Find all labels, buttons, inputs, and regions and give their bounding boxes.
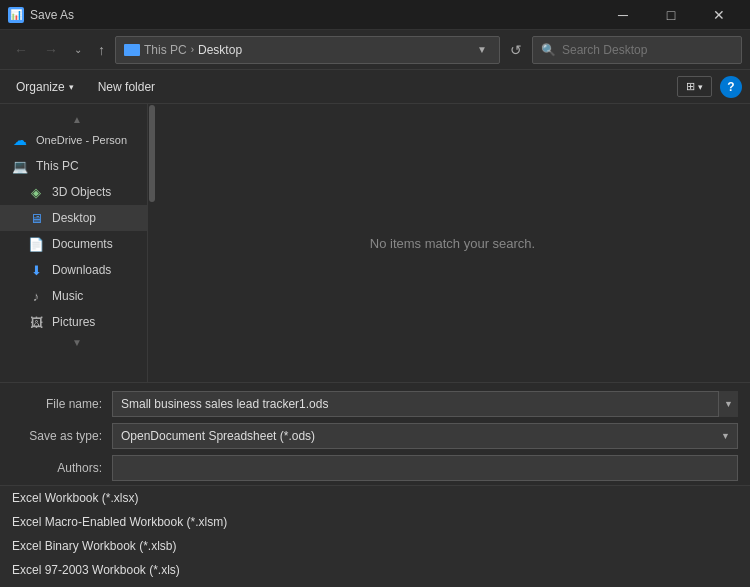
breadcrumb-this-pc: This PC	[144, 43, 187, 57]
sidebar-item-3d-label: 3D Objects	[52, 185, 111, 199]
sidebar-item-3d-objects[interactable]: ◈ 3D Objects	[0, 179, 154, 205]
search-icon: 🔍	[541, 43, 556, 57]
forward-button[interactable]: →	[38, 38, 64, 62]
dropdown-item-csv[interactable]: CSV UTF-8 (Comma delimited) (*.csv)	[0, 582, 750, 587]
secondary-toolbar: Organize ▾ New folder ⊞ ▾ ?	[0, 70, 750, 104]
breadcrumb-separator-1: ›	[191, 44, 194, 55]
sidebar-item-onedrive-label: OneDrive - Person	[36, 134, 127, 146]
sidebar-item-downloads[interactable]: ⬇ Downloads	[0, 257, 154, 283]
dropdown-arrow-button[interactable]: ⌄	[68, 40, 88, 59]
title-bar-text: Save As	[30, 8, 600, 22]
organize-arrow: ▾	[69, 82, 74, 92]
onedrive-icon: ☁	[12, 132, 28, 148]
breadcrumb[interactable]: This PC › Desktop ▼	[115, 36, 500, 64]
organize-label: Organize	[16, 80, 65, 94]
authors-label: Authors:	[12, 461, 112, 475]
main-area: ▲ ☁ OneDrive - Person 💻 This PC ◈ 3D Obj…	[0, 104, 750, 382]
dropdown-item-xlsm[interactable]: Excel Macro-Enabled Workbook (*.xlsm)	[0, 510, 750, 534]
sidebar-scroll-up: ▲	[0, 112, 154, 127]
format-dropdown: Excel Workbook (*.xlsx) Excel Macro-Enab…	[0, 485, 750, 587]
sidebar-scroll-down: ▼	[0, 335, 154, 350]
sidebar-item-pictures-label: Pictures	[52, 315, 95, 329]
file-form: File name: ▼ Save as type: OpenDocument …	[0, 382, 750, 485]
content-area: No items match your search.	[155, 104, 750, 382]
new-folder-button[interactable]: New folder	[90, 76, 163, 98]
sidebar-item-this-pc-label: This PC	[36, 159, 79, 173]
maximize-button[interactable]: □	[648, 0, 694, 30]
title-bar: 📊 Save As ─ □ ✕	[0, 0, 750, 30]
sidebar-item-this-pc[interactable]: 💻 This PC	[0, 153, 154, 179]
sidebar-list: ▲ ☁ OneDrive - Person 💻 This PC ◈ 3D Obj…	[0, 104, 155, 358]
organize-button[interactable]: Organize ▾	[8, 76, 82, 98]
downloads-icon: ⬇	[28, 262, 44, 278]
saveastype-row: Save as type: OpenDocument Spreadsheet (…	[12, 423, 738, 449]
filename-row: File name: ▼	[12, 391, 738, 417]
view-arrow: ▾	[698, 82, 703, 92]
authors-row: Authors:	[12, 455, 738, 481]
close-window-button[interactable]: ✕	[696, 0, 742, 30]
saveastype-wrapper: OpenDocument Spreadsheet (*.ods)	[112, 423, 738, 449]
sidebar-item-documents[interactable]: 📄 Documents	[0, 231, 154, 257]
sidebar: ▲ ☁ OneDrive - Person 💻 This PC ◈ 3D Obj…	[0, 104, 155, 382]
app-icon: 📊	[8, 7, 24, 23]
search-bar: 🔍	[532, 36, 742, 64]
saveastype-select[interactable]: OpenDocument Spreadsheet (*.ods)	[112, 423, 738, 449]
breadcrumb-folder-icon	[124, 44, 140, 56]
this-pc-icon: 💻	[12, 158, 28, 174]
sidebar-item-downloads-label: Downloads	[52, 263, 111, 277]
dropdown-item-xlsb[interactable]: Excel Binary Workbook (*.xlsb)	[0, 534, 750, 558]
desktop-icon: 🖥	[28, 210, 44, 226]
filename-input[interactable]	[112, 391, 738, 417]
bottom-section: File name: ▼ Save as type: OpenDocument …	[0, 382, 750, 587]
dropdown-item-xlsx[interactable]: Excel Workbook (*.xlsx)	[0, 486, 750, 510]
sidebar-item-documents-label: Documents	[52, 237, 113, 251]
empty-message: No items match your search.	[370, 236, 535, 251]
3d-objects-icon: ◈	[28, 184, 44, 200]
minimize-button[interactable]: ─	[600, 0, 646, 30]
filename-label: File name:	[12, 397, 112, 411]
breadcrumb-desktop: Desktop	[198, 43, 242, 57]
sidebar-item-music-label: Music	[52, 289, 83, 303]
authors-input[interactable]	[112, 455, 738, 481]
refresh-button[interactable]: ↺	[504, 38, 528, 62]
documents-icon: 📄	[28, 236, 44, 252]
view-icon: ⊞	[686, 80, 695, 93]
back-button[interactable]: ←	[8, 38, 34, 62]
saveastype-value: OpenDocument Spreadsheet (*.ods)	[121, 429, 315, 443]
view-button[interactable]: ⊞ ▾	[677, 76, 712, 97]
search-input[interactable]	[562, 43, 733, 57]
sidebar-item-onedrive[interactable]: ☁ OneDrive - Person	[0, 127, 154, 153]
up-button[interactable]: ↑	[92, 38, 111, 62]
title-bar-controls: ─ □ ✕	[600, 0, 742, 30]
pictures-icon: 🖼	[28, 314, 44, 330]
sidebar-item-desktop[interactable]: 🖥 Desktop	[0, 205, 154, 231]
breadcrumb-expand-button[interactable]: ▼	[473, 44, 491, 55]
sidebar-item-desktop-label: Desktop	[52, 211, 96, 225]
sidebar-item-music[interactable]: ♪ Music	[0, 283, 154, 309]
help-button[interactable]: ?	[720, 76, 742, 98]
dropdown-item-xls[interactable]: Excel 97-2003 Workbook (*.xls)	[0, 558, 750, 582]
sidebar-item-pictures[interactable]: 🖼 Pictures	[0, 309, 154, 335]
navigation-toolbar: ← → ⌄ ↑ This PC › Desktop ▼ ↺ 🔍	[0, 30, 750, 70]
saveastype-label: Save as type:	[12, 429, 112, 443]
music-icon: ♪	[28, 288, 44, 304]
